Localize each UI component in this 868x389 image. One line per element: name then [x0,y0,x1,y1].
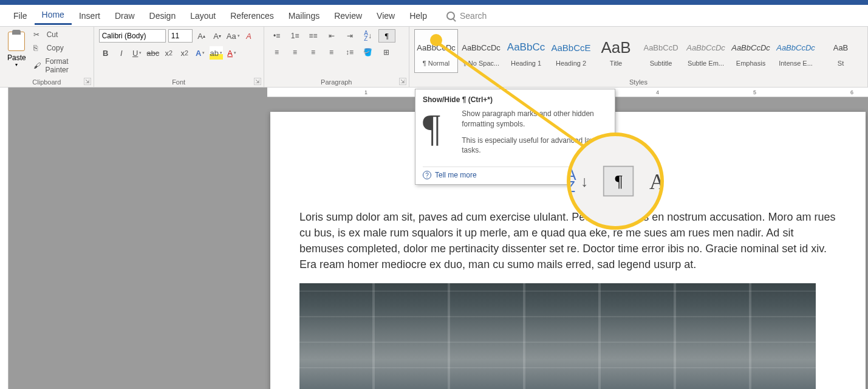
line-spacing-button[interactable]: ↕≡ [342,46,358,58]
bullets-button[interactable]: •≡ [269,30,285,42]
search-icon [446,12,455,20]
grow-font-button[interactable]: A▴ [195,29,208,43]
mag-sort-icon: AZ [567,169,576,193]
tab-review[interactable]: Review [327,7,369,24]
group-clipboard: Paste ▾ ✂Cut ⎘Copy 🖌Format Painter Clipb… [0,27,94,87]
show-hide-button[interactable]: ¶ [378,29,395,43]
superscript-button[interactable]: x2 [178,46,191,60]
copy-button[interactable]: ⎘Copy [32,43,89,53]
magnifier-callout: AZ↓ ¶ A [567,133,664,230]
menu-bar: File Home Insert Draw Design Layout Refe… [0,5,868,27]
scissors-icon: ✂ [33,30,43,39]
tab-insert[interactable]: Insert [72,7,108,24]
help-icon: ? [423,171,431,179]
style-no-spacing[interactable]: AaBbCcDc¶ No Spac... [459,29,503,73]
style-heading1[interactable]: AaBbCcHeading 1 [504,29,548,73]
underline-button[interactable]: U [131,46,144,60]
font-color-button[interactable]: A [225,46,239,60]
paste-icon [8,32,25,51]
callout-dot [430,34,442,46]
style-heading2[interactable]: AaBbCcEHeading 2 [549,29,593,73]
numbering-button[interactable]: 1≡ [287,30,303,42]
tab-design[interactable]: Design [142,7,183,24]
decrease-indent-button[interactable]: ⇤ [324,30,340,42]
sort-button[interactable]: AZ↓ [360,30,376,42]
style-emphasis[interactable]: AaBbCcDcEmphasis [729,29,773,73]
paste-label: Paste [7,53,26,62]
document-text[interactable]: Loris sump dolor am sit, paves ad cum ex… [299,209,836,272]
title-bar [0,0,868,5]
bold-button[interactable]: B [99,46,112,60]
font-name-select[interactable] [99,29,166,43]
tab-references[interactable]: References [223,7,281,24]
strikethrough-button[interactable]: abc [146,46,160,60]
brush-icon: 🖌 [33,61,42,70]
multilevel-button[interactable]: ≡≡ [306,30,321,42]
format-painter-button[interactable]: 🖌Format Painter [32,56,89,75]
tab-home[interactable]: Home [35,6,72,25]
document-image[interactable] [299,283,816,389]
font-size-select[interactable] [168,29,193,43]
tab-file[interactable]: File [6,7,35,24]
cut-button[interactable]: ✂Cut [32,29,89,40]
style-subtle-emphasis[interactable]: AaBbCcDcSubtle Em... [684,29,728,73]
tab-help[interactable]: Help [402,7,434,24]
mag-style-preview: A [649,168,664,193]
paste-button[interactable]: Paste ▾ [5,29,29,75]
vertical-ruler[interactable] [0,88,9,389]
group-label-paragraph: Paragraph [264,78,409,86]
text-effects-button[interactable]: A [194,46,207,60]
font-launcher[interactable]: ⇲ [254,78,261,85]
group-label-clipboard: Clipboard [0,78,94,86]
change-case-button[interactable]: Aa [227,29,240,43]
group-styles: AaBbCcDc¶ Normal AaBbCcDc¶ No Spac... Aa… [409,27,868,87]
subscript-button[interactable]: x2 [162,46,176,60]
shading-button[interactable]: 🪣 [360,46,376,58]
tab-view[interactable]: View [369,7,402,24]
clipboard-launcher[interactable]: ⇲ [84,78,91,85]
group-paragraph: •≡ 1≡ ≡≡ ⇤ ⇥ AZ↓ ¶ ≡ ≡ ≡ ≡ ↕≡ 🪣 ⊞ Paragr… [264,27,409,87]
copy-icon: ⎘ [33,44,43,52]
increase-indent-button[interactable]: ⇥ [342,30,358,42]
tooltip-desc1: Show paragraph marks and other hidden fo… [462,109,607,129]
align-right-button[interactable]: ≡ [306,46,321,58]
style-subtitle[interactable]: AaBbCcDSubtitle [639,29,683,73]
group-label-font: Font [94,78,264,86]
style-more[interactable]: AaBSt [819,29,863,73]
group-font: A▴ A▾ Aa A B I U abc x2 x2 A ab A Font ⇲ [94,27,264,87]
style-title[interactable]: AaBTitle [594,29,638,73]
search-placeholder: Search [460,11,487,21]
tab-layout[interactable]: Layout [183,7,223,24]
mag-pilcrow-icon: ¶ [603,166,634,196]
borders-button[interactable]: ⊞ [378,46,394,58]
clear-formatting-button[interactable]: A [242,29,256,43]
tooltip-title: Show/Hide ¶ (Ctrl+*) [423,95,607,104]
search-box[interactable]: Search [446,11,487,21]
align-left-button[interactable]: ≡ [269,46,285,58]
highlight-button[interactable]: ab [210,46,223,60]
align-center-button[interactable]: ≡ [287,46,303,58]
justify-button[interactable]: ≡ [324,46,340,58]
pilcrow-icon: ¶ [423,109,449,162]
italic-button[interactable]: I [115,46,128,60]
tab-draw[interactable]: Draw [108,7,142,24]
paragraph-launcher[interactable]: ⇲ [399,78,406,85]
tab-mailings[interactable]: Mailings [281,7,327,24]
group-label-styles: Styles [409,78,867,86]
shrink-font-button[interactable]: A▾ [211,29,224,43]
styles-gallery: AaBbCcDc¶ Normal AaBbCcDc¶ No Spac... Aa… [414,29,863,73]
style-intense-emphasis[interactable]: AaBbCcDcIntense E... [774,29,818,73]
